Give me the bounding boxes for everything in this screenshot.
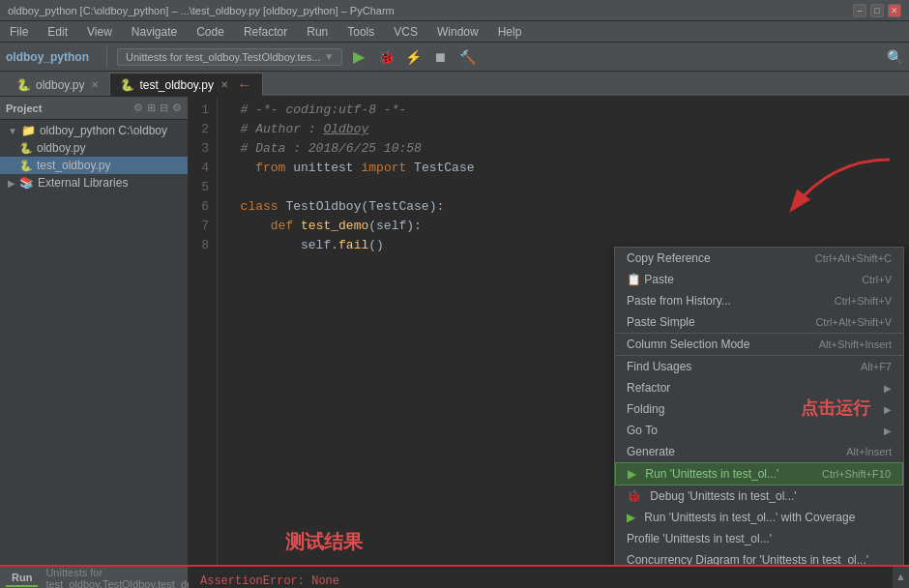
output-assertion-error: AssertionError: None <box>200 574 880 588</box>
sidebar-collapse-icon[interactable]: ⊟ <box>160 102 168 114</box>
code-line-4: from unittest import TestCase <box>225 159 901 178</box>
menu-help[interactable]: Help <box>494 23 526 41</box>
run-tab[interactable]: Run <box>6 570 38 587</box>
project-name: oldboy_python <box>6 50 89 64</box>
tabs-bar: 🐍 oldboy.py ✕ 🐍 test_oldboy.py ✕ ← <box>0 72 909 97</box>
sidebar-settings-icon[interactable]: ⚙ <box>133 102 143 114</box>
bottom-panel-right: AssertionError: None Ran 1 test in 0.016… <box>189 567 892 588</box>
editor-area: 1234 5678 # -*- coding:utf-8 -*- # Autho… <box>189 97 909 565</box>
bug-icon: 🐞 <box>378 49 395 65</box>
run-config-dropdown-icon: ▼ <box>324 51 334 62</box>
ctx-copy-reference[interactable]: Copy Reference Ctrl+Alt+Shift+C <box>615 248 903 269</box>
code-line-5 <box>225 178 901 197</box>
tab-close-test-oldboy[interactable]: ✕ <box>220 79 228 90</box>
menu-run[interactable]: Run <box>303 23 332 41</box>
ctx-paste-history[interactable]: Paste from History... Ctrl+Shift+V <box>615 290 903 311</box>
debug-button[interactable]: 🐞 <box>375 46 396 68</box>
ctx-concurrency-label: Concurrency Diagram for 'Unittests in te… <box>627 553 868 565</box>
minimize-button[interactable]: – <box>853 4 866 17</box>
ctx-run[interactable]: ▶ Run 'Unittests in test_ol...' Ctrl+Shi… <box>615 462 903 485</box>
ctx-run-label: ▶ Run 'Unittests in test_ol...' <box>628 467 778 481</box>
ctx-profile-label: Profile 'Unittests in test_ol...' <box>627 532 772 545</box>
ctx-column-mode-shortcut: Alt+Shift+Insert <box>819 338 892 350</box>
tree-label-test-oldboy-py: test_oldboy.py <box>37 159 111 172</box>
ctx-refactor-label: Refactor <box>627 381 670 395</box>
tree-item-test-oldboy-py[interactable]: 🐍 test_oldboy.py <box>0 157 188 174</box>
ctx-paste-history-shortcut: Ctrl+Shift+V <box>835 295 892 307</box>
tab-close-oldboy[interactable]: ✕ <box>91 79 99 90</box>
bottom-panel-left: Run Unittests for test_oldboy.TestOldboy… <box>0 567 189 588</box>
close-button[interactable]: ✕ <box>888 4 901 17</box>
ctx-concurrency[interactable]: Concurrency Diagram for 'Unittests in te… <box>615 549 903 565</box>
menu-view[interactable]: View <box>83 23 116 41</box>
menu-edit[interactable]: Edit <box>44 23 72 41</box>
tab-test-oldboy-py[interactable]: 🐍 test_oldboy.py ✕ ← <box>109 73 263 96</box>
menu-tools[interactable]: Tools <box>343 23 378 41</box>
run-output[interactable]: AssertionError: None Ran 1 test in 0.016… <box>189 567 892 588</box>
tree-item-oldboy-py[interactable]: 🐍 oldboy.py <box>0 139 188 157</box>
tab-oldboy-py[interactable]: 🐍 oldboy.py ✕ <box>6 73 109 96</box>
build-button[interactable]: 🔨 <box>456 46 478 68</box>
tab-label-test-oldboy: test_oldboy.py <box>139 78 214 92</box>
play-icon: ▶ <box>353 47 365 66</box>
ctx-copy-reference-shortcut: Ctrl+Alt+Shift+C <box>815 252 892 264</box>
ctx-debug[interactable]: 🐞 Debug 'Unittests in test_ol...' <box>615 485 903 507</box>
tree-expand-ext-libs: ▶ <box>8 178 15 189</box>
ctx-copy-reference-label: Copy Reference <box>627 251 711 265</box>
bottom-panel: Run Unittests for test_oldboy.TestOldboy… <box>0 565 909 588</box>
maximize-button[interactable]: □ <box>870 4 884 17</box>
tree-expand-root: ▼ <box>8 126 17 136</box>
file-icon-oldboy: 🐍 <box>19 142 33 155</box>
ctx-column-mode[interactable]: Column Selection Mode Alt+Shift+Insert <box>615 333 903 355</box>
ctx-folding[interactable]: Folding ▶ <box>615 398 903 420</box>
menu-navigate[interactable]: Navigate <box>128 23 181 41</box>
ctx-goto[interactable]: Go To ▶ <box>615 420 903 441</box>
ctx-debug-label: 🐞 Debug 'Unittests in test_ol...' <box>627 489 797 503</box>
code-line-2: # Author : Oldboy <box>225 120 901 139</box>
tab-icon-oldboy: 🐍 <box>16 78 31 92</box>
ctx-refactor[interactable]: Refactor ▶ <box>615 377 903 398</box>
ctx-paste[interactable]: 📋 Paste Ctrl+V <box>615 269 903 290</box>
sidebar-header: Project ⚙ ⊞ ⊟ ⚙ <box>0 97 188 120</box>
sidebar-expand-icon[interactable]: ⊞ <box>147 102 156 114</box>
project-sidebar: Project ⚙ ⊞ ⊟ ⚙ ▼ 📁 oldboy_python C:\old… <box>0 97 189 565</box>
code-line-7: def test_demo(self): <box>225 217 901 236</box>
panel-header: Run Unittests for test_oldboy.TestOldboy… <box>0 567 188 588</box>
context-menu[interactable]: Copy Reference Ctrl+Alt+Shift+C 📋 Paste … <box>614 247 904 565</box>
menu-file[interactable]: File <box>6 23 32 41</box>
run-config-selector[interactable]: Unittests for test_oldboy.TestOldboy.tes… <box>117 48 342 66</box>
main-area: Project ⚙ ⊞ ⊟ ⚙ ▼ 📁 oldboy_python C:\old… <box>0 97 909 565</box>
ctx-paste-simple-label: Paste Simple <box>627 315 695 329</box>
ctx-run-coverage[interactable]: ▶ Run 'Unittests in test_ol...' with Cov… <box>615 507 903 528</box>
menu-vcs[interactable]: VCS <box>390 23 422 41</box>
tree-item-root[interactable]: ▼ 📁 oldboy_python C:\oldboy <box>0 122 188 139</box>
stop-button[interactable]: ⏹ <box>429 46 451 68</box>
run-button[interactable]: ▶ <box>348 46 369 68</box>
tree-item-ext-libs[interactable]: ▶ 📚 External Libraries <box>0 174 188 191</box>
tree-label-oldboy-py: oldboy.py <box>37 141 85 155</box>
ctx-find-usages-shortcut: Alt+F7 <box>861 361 892 372</box>
ctx-goto-label: Go To <box>627 424 658 437</box>
stop-icon: ⏹ <box>433 49 447 65</box>
tab-arrow-icon: ← <box>237 76 252 94</box>
ctx-paste-simple[interactable]: Paste Simple Ctrl+Alt+Shift+V <box>615 311 903 333</box>
ctx-column-mode-label: Column Selection Mode <box>627 338 749 351</box>
ctx-find-usages[interactable]: Find Usages Alt+F7 <box>615 355 903 377</box>
menu-code[interactable]: Code <box>192 23 228 41</box>
code-line-1: # -*- coding:utf-8 -*- <box>225 101 901 120</box>
ctx-profile[interactable]: Profile 'Unittests in test_ol...' <box>615 528 903 549</box>
folder-icon-root: 📁 <box>21 124 36 137</box>
coverage-button[interactable]: ⚡ <box>402 46 424 68</box>
window-controls[interactable]: – □ ✕ <box>853 4 901 17</box>
ctx-paste-history-label: Paste from History... <box>627 294 731 308</box>
gutter-up-btn[interactable]: ▲ <box>894 569 908 584</box>
sidebar-gear-icon[interactable]: ⚙ <box>172 102 182 114</box>
coverage-icon: ⚡ <box>405 49 422 65</box>
ctx-find-usages-label: Find Usages <box>627 360 691 373</box>
search-button[interactable]: 🔍 <box>887 49 903 65</box>
title-bar: oldboy_python [C:\oldboy_python] – ...\t… <box>0 0 909 21</box>
menu-refactor[interactable]: Refactor <box>240 23 291 41</box>
menu-window[interactable]: Window <box>433 23 483 41</box>
ctx-generate[interactable]: Generate Alt+Insert <box>615 441 903 462</box>
project-tree: ▼ 📁 oldboy_python C:\oldboy 🐍 oldboy.py … <box>0 120 188 565</box>
